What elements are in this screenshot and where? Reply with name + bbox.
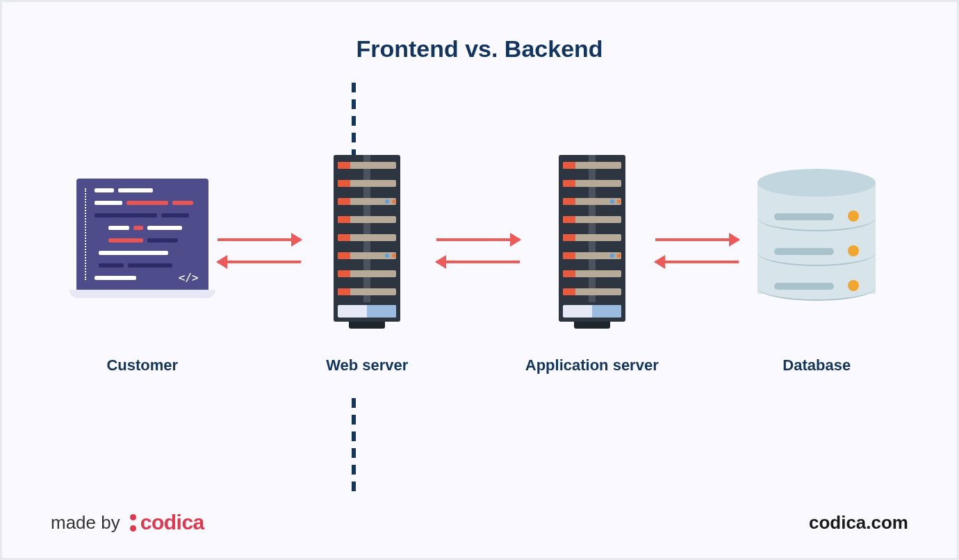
made-by-text: made by <box>51 512 120 534</box>
arrow-left-icon <box>218 261 301 263</box>
diagram-canvas: Frontend vs. Backend <box>2 2 957 558</box>
database-icon <box>757 162 876 315</box>
arrows-customer-web <box>218 231 301 273</box>
arrow-right-icon <box>218 238 301 241</box>
divider-bottom <box>352 398 356 498</box>
arrow-right-icon <box>436 238 520 241</box>
server-icon <box>334 162 400 315</box>
node-web-server: Web server <box>277 162 457 374</box>
label-web-server: Web server <box>326 356 408 374</box>
node-database: Database <box>726 162 907 374</box>
divider-top <box>352 83 356 166</box>
code-tag-icon: </> <box>179 271 199 284</box>
server-icon <box>559 162 625 315</box>
brand-colon-icon <box>130 514 136 532</box>
brand-logo: codica <box>130 511 204 534</box>
label-customer: Customer <box>106 356 178 374</box>
arrow-right-icon <box>655 238 739 241</box>
arrows-web-app <box>436 231 520 273</box>
footer: made by codica codica.com <box>51 511 908 534</box>
laptop-icon: </> <box>69 162 215 315</box>
arrows-app-db <box>655 231 739 273</box>
brand-name: codica <box>140 511 204 534</box>
arrow-left-icon <box>655 261 739 263</box>
arrow-left-icon <box>436 261 520 263</box>
site-url: codica.com <box>809 512 908 534</box>
diagram-title: Frontend vs. Backend <box>2 2 957 63</box>
label-app-server: Application server <box>525 356 659 374</box>
made-by: made by codica <box>51 511 204 534</box>
label-database: Database <box>782 356 851 374</box>
node-customer: </> Customer <box>52 162 233 374</box>
